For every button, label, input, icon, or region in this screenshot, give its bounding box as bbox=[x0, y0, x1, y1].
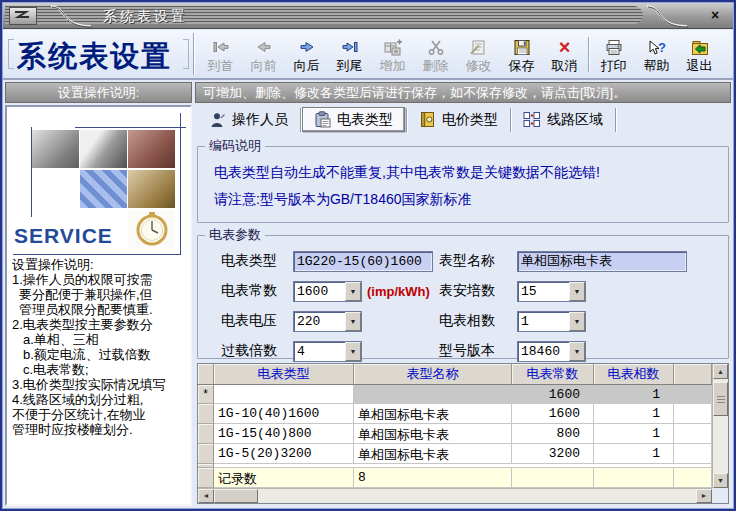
voltage-label: 电表电压 bbox=[198, 312, 293, 330]
grid-marker-header bbox=[198, 364, 214, 385]
grid-cell bbox=[674, 404, 712, 424]
combo-value: 1 bbox=[518, 312, 569, 331]
go-last-button[interactable]: 到尾 bbox=[328, 31, 371, 78]
grid-cell[interactable]: 1600 bbox=[512, 404, 594, 424]
tab-price-type[interactable]: 电价类型 bbox=[408, 107, 509, 132]
sidebar: 设置操作说明: SERVICE bbox=[5, 82, 192, 506]
grid-cell[interactable] bbox=[354, 385, 512, 404]
vertical-scroll-thumb[interactable] bbox=[713, 382, 728, 416]
grid-cell[interactable]: 800 bbox=[512, 424, 594, 444]
grid-cell[interactable]: 1 bbox=[594, 444, 674, 464]
combo-value: 1600 bbox=[294, 282, 345, 301]
app-logo-icon[interactable] bbox=[9, 7, 37, 25]
operator-person-icon bbox=[209, 112, 226, 128]
chevron-down-icon[interactable]: ▼ bbox=[569, 282, 585, 301]
help-button[interactable]: ? 帮助 bbox=[635, 31, 678, 78]
form-row: 电表电压 220▼ 电表相数 1▼ bbox=[198, 306, 728, 336]
scroll-right-icon[interactable]: ► bbox=[696, 489, 712, 503]
chevron-down-icon[interactable]: ▼ bbox=[569, 342, 585, 361]
tab-line-area[interactable]: 线路区域 bbox=[512, 107, 614, 132]
red-x-icon: × bbox=[559, 36, 571, 58]
tab-separator bbox=[406, 108, 407, 132]
header-separator bbox=[193, 33, 195, 75]
amperage-label: 表安培数 bbox=[439, 282, 517, 300]
modify-button[interactable]: 修改 bbox=[457, 31, 500, 78]
toolbar-separator bbox=[588, 37, 590, 72]
go-first-button[interactable]: 到首 bbox=[199, 31, 242, 78]
model-name-field[interactable] bbox=[517, 251, 687, 272]
tab-separator bbox=[615, 108, 616, 132]
table-row[interactable]: 1G-10(40)1600 单相国标电卡表 1600 1 bbox=[198, 404, 712, 424]
grid-cell[interactable]: 1600 bbox=[512, 385, 594, 404]
service-label: SERVICE bbox=[14, 224, 113, 248]
tab-operators[interactable]: 操作人员 bbox=[198, 107, 299, 132]
grid-col-header[interactable]: 电表类型 bbox=[214, 364, 354, 385]
table-row[interactable]: 1G-5(20)3200 单相国标电卡表 3200 1 bbox=[198, 444, 712, 464]
horizontal-scroll-thumb[interactable] bbox=[214, 489, 258, 503]
chevron-down-icon[interactable]: ▼ bbox=[569, 312, 585, 331]
chevron-down-icon[interactable]: ▼ bbox=[345, 282, 361, 301]
grid-cell[interactable]: 1 bbox=[594, 404, 674, 424]
title-bracket bbox=[183, 39, 189, 69]
grid-cell[interactable]: 1 bbox=[594, 385, 674, 404]
titlebar[interactable]: 系统表设置 × bbox=[3, 3, 733, 29]
grid-cell[interactable]: 单相国标电卡表 bbox=[354, 404, 512, 424]
go-prev-button[interactable]: 向前 bbox=[242, 31, 285, 78]
phases-select[interactable]: 1▼ bbox=[517, 311, 586, 332]
grid-cell[interactable]: 1G-5(20)3200 bbox=[214, 444, 354, 464]
photo-tile-keyboard bbox=[80, 170, 127, 208]
voltage-select[interactable]: 220▼ bbox=[293, 311, 362, 332]
toolbar-button-label: 修改 bbox=[466, 58, 492, 73]
grid-col-header[interactable]: 电表常数 bbox=[512, 364, 594, 385]
header-band: 系统表设置 到首 向前 向后 bbox=[3, 30, 733, 80]
grid-cell[interactable]: 单相国标电卡表 bbox=[354, 424, 512, 444]
save-button[interactable]: 保存 bbox=[500, 31, 543, 78]
tab-label: 线路区域 bbox=[547, 111, 603, 129]
table-row[interactable]: 1G-15(40)800 单相国标电卡表 800 1 bbox=[198, 424, 712, 444]
grid-cell[interactable]: 1G-10(40)1600 bbox=[214, 404, 354, 424]
line-area-boxes-icon bbox=[523, 111, 541, 128]
delete-button[interactable]: 删除 bbox=[414, 31, 457, 78]
scroll-down-icon[interactable]: ▼ bbox=[713, 473, 728, 488]
exit-button[interactable]: 退出 bbox=[678, 31, 721, 78]
chevron-down-icon[interactable]: ▼ bbox=[345, 312, 361, 331]
scroll-left-icon[interactable]: ◄ bbox=[198, 489, 214, 503]
go-next-button[interactable]: 向后 bbox=[285, 31, 328, 78]
add-button[interactable]: 增加 bbox=[371, 31, 414, 78]
combo-value: 18460 bbox=[518, 342, 569, 361]
toolbar-button-label: 保存 bbox=[509, 58, 535, 73]
amperage-select[interactable]: 15▼ bbox=[517, 281, 586, 302]
toolbar-button-label: 到首 bbox=[208, 58, 234, 73]
vertical-scrollbar[interactable]: ▲ ▼ bbox=[712, 364, 728, 488]
meter-type-field[interactable] bbox=[293, 251, 433, 272]
row-marker bbox=[198, 424, 214, 444]
table-row[interactable]: * 1600 1 bbox=[198, 385, 712, 404]
horizontal-scrollbar[interactable]: ◄ ► bbox=[198, 488, 712, 503]
print-button[interactable]: 打印 bbox=[592, 31, 635, 78]
close-button[interactable]: × bbox=[706, 7, 724, 24]
instruction-line: 要分配便于兼职操作,但 bbox=[12, 287, 189, 302]
instruction-line: c.电表常数; bbox=[12, 362, 189, 377]
grid-cell[interactable]: 3200 bbox=[512, 444, 594, 464]
watch-icon bbox=[135, 212, 169, 246]
cancel-button[interactable]: × 取消 bbox=[543, 31, 586, 78]
instruction-line: 4.线路区域的划分过粗, bbox=[12, 392, 189, 407]
page-title: 系统表设置 bbox=[17, 37, 172, 77]
model-version-select[interactable]: 18460▼ bbox=[517, 341, 586, 362]
overload-select[interactable]: 4▼ bbox=[293, 341, 362, 362]
grid-cell[interactable] bbox=[214, 385, 354, 404]
toolbar-button-label: 帮助 bbox=[644, 58, 670, 73]
scroll-up-icon[interactable]: ▲ bbox=[713, 364, 728, 379]
meter-constant-select[interactable]: 1600▼ bbox=[293, 281, 362, 302]
grid-cell[interactable]: 1G-15(40)800 bbox=[214, 424, 354, 444]
grid-col-header[interactable]: 电表相数 bbox=[594, 364, 674, 385]
go-next-icon bbox=[297, 36, 317, 58]
grid-cell bbox=[674, 385, 712, 404]
grid-col-header[interactable]: 表型名称 bbox=[354, 364, 512, 385]
tab-meter-type[interactable]: 电表类型 bbox=[302, 107, 405, 132]
instruction-line: 管理时应按楼幢划分. bbox=[12, 422, 189, 437]
grid-cell[interactable]: 单相国标电卡表 bbox=[354, 444, 512, 464]
chevron-down-icon[interactable]: ▼ bbox=[345, 342, 361, 361]
grid-cell[interactable]: 1 bbox=[594, 424, 674, 444]
go-prev-icon bbox=[254, 36, 274, 58]
